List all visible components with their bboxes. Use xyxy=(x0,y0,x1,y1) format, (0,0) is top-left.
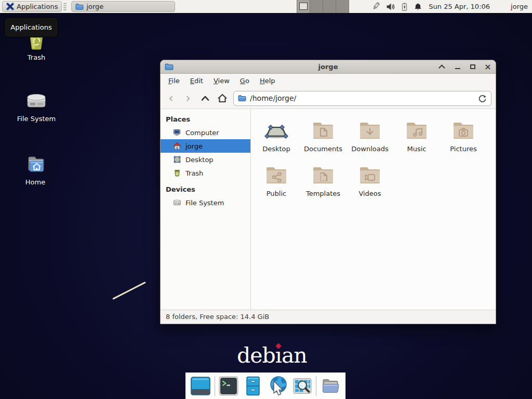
taskbar-window-button[interactable]: jorge xyxy=(71,1,175,12)
hard-disk-icon xyxy=(24,88,49,113)
show-desktop-icon xyxy=(190,376,211,396)
desktop-icon-home[interactable]: Home xyxy=(9,152,61,186)
desktop-icon-label: File System xyxy=(17,115,56,123)
directory-menu-button[interactable] xyxy=(320,375,341,397)
debian-wordmark: debıan xyxy=(237,343,307,368)
trash-icon xyxy=(173,169,181,177)
desktop-folder-icon xyxy=(264,117,289,142)
tooltip-text: Applications xyxy=(10,23,51,31)
applications-tooltip: Applications xyxy=(4,17,58,37)
reload-icon[interactable] xyxy=(478,94,487,103)
places-header: Places xyxy=(161,113,250,126)
dock-separator xyxy=(316,376,316,396)
path-text[interactable]: /home/jorge/ xyxy=(250,94,474,102)
desktop-icon-label: Home xyxy=(25,178,45,186)
computer-icon xyxy=(173,128,181,137)
show-desktop-button[interactable] xyxy=(190,375,211,397)
home-button[interactable] xyxy=(216,91,229,105)
home-icon xyxy=(173,142,181,150)
shade-button[interactable] xyxy=(439,63,446,71)
file-label: Templates xyxy=(306,190,340,197)
sidebar-item-label: Trash xyxy=(185,169,203,177)
file-manager-launcher[interactable] xyxy=(242,375,264,397)
window-titlebar[interactable]: jorge × xyxy=(161,60,496,74)
documents-folder-icon xyxy=(311,117,336,142)
home-icon xyxy=(217,93,228,103)
window-folder-icon xyxy=(165,63,174,71)
file-label: Videos xyxy=(358,190,381,197)
file-item-music[interactable]: Music xyxy=(393,114,440,159)
file-item-pictures[interactable]: Pictures xyxy=(440,114,487,159)
file-item-documents[interactable]: Documents xyxy=(300,114,347,159)
web-browser-launcher[interactable] xyxy=(267,375,289,397)
file-label: Downloads xyxy=(351,145,388,153)
videos-folder-icon xyxy=(357,162,382,187)
close-button[interactable]: × xyxy=(484,63,491,71)
panel-username[interactable]: jorge xyxy=(511,3,528,10)
wordmark-part: deb xyxy=(237,343,275,368)
public-folder-icon xyxy=(264,162,289,187)
terminal-launcher[interactable] xyxy=(218,375,240,397)
up-button[interactable] xyxy=(199,91,211,105)
terminal-icon xyxy=(218,376,239,396)
file-label: Documents xyxy=(304,145,342,153)
sidebar-item-jorge[interactable]: jorge xyxy=(161,139,250,153)
pictures-folder-icon xyxy=(451,117,476,142)
system-tray xyxy=(371,2,422,11)
workspace-3[interactable] xyxy=(323,0,336,13)
volume-icon[interactable] xyxy=(386,2,395,11)
pager-window-preview xyxy=(299,3,308,10)
file-item-downloads[interactable]: Downloads xyxy=(347,114,393,159)
sidebar-item-file-system[interactable]: File System xyxy=(161,196,250,209)
menu-file[interactable]: File xyxy=(164,75,184,86)
templates-folder-icon xyxy=(311,162,336,187)
directory-folder-icon xyxy=(320,376,341,396)
minimize-button[interactable] xyxy=(454,63,461,71)
sidebar-item-label: jorge xyxy=(185,142,203,150)
workspace-1[interactable] xyxy=(297,0,310,13)
battery-icon[interactable] xyxy=(400,2,409,11)
dock-separator xyxy=(215,376,215,396)
application-finder-launcher[interactable] xyxy=(291,375,313,397)
taskbar-window-label: jorge xyxy=(86,3,103,10)
menu-view[interactable]: View xyxy=(209,75,234,86)
sidebar-item-computer[interactable]: Computer xyxy=(161,126,250,139)
file-manager-window: jorge × File Edit View Go Help ‹ › xyxy=(160,60,496,324)
file-item-templates[interactable]: Templates xyxy=(300,159,347,204)
file-grid: Desktop Documents xyxy=(251,109,496,310)
sidebar-item-label: Desktop xyxy=(185,156,214,164)
drive-icon xyxy=(173,198,181,207)
pen-icon[interactable] xyxy=(371,2,381,11)
sidebar-item-trash[interactable]: Trash xyxy=(161,166,250,180)
menu-go[interactable]: Go xyxy=(235,75,254,86)
file-label: Desktop xyxy=(262,145,290,153)
file-label: Music xyxy=(407,145,427,153)
back-button[interactable]: ‹ xyxy=(165,91,177,105)
wordmark-part: an xyxy=(282,343,307,368)
tasklist-handle[interactable] xyxy=(63,3,66,11)
maximize-button[interactable] xyxy=(469,63,476,71)
menu-help[interactable]: Help xyxy=(255,75,280,86)
desktop[interactable]: { "panel": { "applications_label": "Appl… xyxy=(0,0,532,399)
file-label: Public xyxy=(267,190,286,197)
toolbar: ‹ › /home/jorge/ xyxy=(161,88,496,109)
desktop-icon-file-system[interactable]: File System xyxy=(10,88,62,123)
menu-edit[interactable]: Edit xyxy=(185,75,208,86)
location-bar[interactable]: /home/jorge/ xyxy=(233,91,491,106)
file-item-public[interactable]: Public xyxy=(253,159,300,204)
sidebar: Places Computer jorge xyxy=(161,109,251,310)
panel-clock[interactable]: Sun 25 Apr, 10:06 xyxy=(429,3,490,10)
applications-menu-label: Applications xyxy=(17,3,58,10)
applications-menu-button[interactable]: Applications xyxy=(2,1,62,12)
sidebar-item-label: Computer xyxy=(185,129,219,137)
workspace-2[interactable] xyxy=(310,0,323,13)
notifications-bell-icon[interactable] xyxy=(414,2,422,11)
forward-button[interactable]: › xyxy=(182,91,194,105)
downloads-folder-icon xyxy=(357,117,382,142)
devices-header: Devices xyxy=(161,183,250,196)
sidebar-item-desktop[interactable]: Desktop xyxy=(161,153,250,166)
file-item-desktop[interactable]: Desktop xyxy=(253,114,300,159)
xfce-logo-icon xyxy=(6,3,14,10)
workspace-4[interactable] xyxy=(336,0,349,13)
file-item-videos[interactable]: Videos xyxy=(347,159,393,204)
